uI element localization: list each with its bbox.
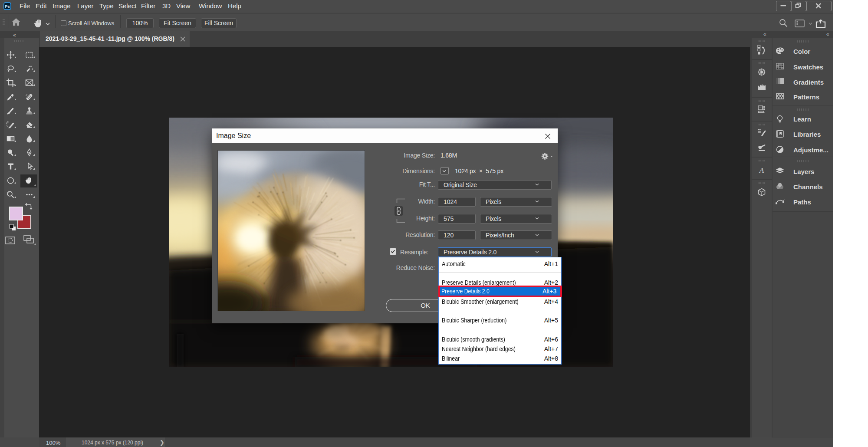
svg-text:A: A — [759, 166, 764, 174]
svg-text:Ps: Ps — [5, 4, 10, 9]
